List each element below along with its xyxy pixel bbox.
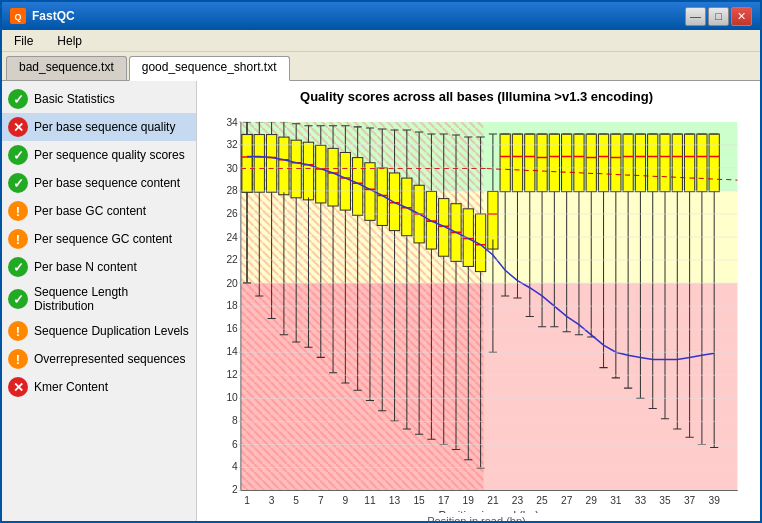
svg-text:14: 14	[226, 346, 238, 357]
svg-rect-242	[697, 134, 707, 192]
sidebar: ✓ Basic Statistics ✕ Per base sequence q…	[2, 81, 197, 521]
svg-text:2: 2	[232, 484, 238, 495]
chart-area: Quality scores across all bases (Illumin…	[197, 81, 760, 521]
svg-text:3: 3	[269, 495, 275, 506]
svg-text:28: 28	[226, 185, 238, 196]
svg-rect-230	[672, 134, 682, 192]
svg-rect-74	[353, 158, 363, 216]
main-content: ✓ Basic Statistics ✕ Per base sequence q…	[2, 80, 760, 521]
svg-rect-182	[574, 134, 584, 192]
svg-text:16: 16	[226, 323, 238, 334]
svg-text:9: 9	[343, 495, 349, 506]
sidebar-label-seq-length: Sequence Length Distribution	[34, 285, 190, 313]
svg-rect-164	[537, 134, 547, 192]
svg-rect-44	[291, 140, 301, 198]
menu-file[interactable]: File	[6, 32, 41, 50]
svg-text:18: 18	[226, 300, 238, 311]
status-icon-ok-1: ✓	[8, 145, 28, 165]
svg-rect-146	[500, 134, 510, 192]
svg-rect-86	[377, 168, 387, 226]
sidebar-label-per-sequence-gc: Per sequence GC content	[34, 232, 172, 246]
svg-text:29: 29	[586, 495, 598, 506]
svg-text:15: 15	[413, 495, 425, 506]
svg-text:32: 32	[226, 139, 238, 150]
menu-help[interactable]: Help	[49, 32, 90, 50]
maximize-button[interactable]: □	[708, 7, 729, 26]
main-window: Q FastQC — □ ✕ File Help bad_sequence.tx…	[0, 0, 762, 523]
sidebar-item-kmer[interactable]: ✕ Kmer Content	[2, 373, 196, 401]
svg-rect-128	[463, 209, 473, 267]
svg-rect-212	[635, 134, 645, 192]
sidebar-item-per-base-n[interactable]: ✓ Per base N content	[2, 253, 196, 281]
svg-text:6: 6	[232, 439, 238, 450]
svg-text:39: 39	[708, 495, 720, 506]
svg-text:25: 25	[536, 495, 548, 506]
svg-rect-110	[426, 191, 436, 249]
sidebar-label-seq-dup: Sequence Duplication Levels	[34, 324, 189, 338]
svg-rect-56	[316, 145, 326, 203]
title-bar-left: Q FastQC	[10, 8, 75, 24]
svg-text:27: 27	[561, 495, 573, 506]
svg-rect-38	[279, 137, 289, 195]
svg-text:7: 7	[318, 495, 324, 506]
x-axis-label: Position in read (bp)	[438, 509, 539, 512]
svg-text:35: 35	[659, 495, 671, 506]
sidebar-item-per-base-content[interactable]: ✓ Per base sequence content	[2, 169, 196, 197]
svg-text:37: 37	[684, 495, 696, 506]
status-icon-fail-1: ✕	[8, 377, 28, 397]
svg-rect-26	[254, 135, 264, 193]
sidebar-label-kmer: Kmer Content	[34, 380, 108, 394]
svg-text:19: 19	[463, 495, 475, 506]
sidebar-label-per-base-quality: Per base sequence quality	[34, 120, 175, 134]
status-icon-warn-0: !	[8, 201, 28, 221]
svg-text:8: 8	[232, 415, 238, 426]
sidebar-item-basic-statistics[interactable]: ✓ Basic Statistics	[2, 85, 196, 113]
tab-bad-sequence[interactable]: bad_sequence.txt	[6, 56, 127, 80]
quality-chart: 34 32 30 28 26 24 22 20 18 16 14 12 10 8	[205, 110, 748, 513]
app-title: FastQC	[32, 9, 75, 23]
svg-text:24: 24	[226, 232, 238, 243]
minimize-button[interactable]: —	[685, 7, 706, 26]
svg-text:31: 31	[610, 495, 622, 506]
sidebar-item-seq-length[interactable]: ✓ Sequence Length Distribution	[2, 281, 196, 317]
app-icon: Q	[10, 8, 26, 24]
status-icon-fail-0: ✕	[8, 117, 28, 137]
svg-text:21: 21	[487, 495, 499, 506]
sidebar-item-overrepresented[interactable]: ! Overrepresented sequences	[2, 345, 196, 373]
svg-text:23: 23	[512, 495, 524, 506]
title-bar: Q FastQC — □ ✕	[2, 2, 760, 30]
title-controls: — □ ✕	[685, 7, 752, 26]
sidebar-item-per-sequence-quality[interactable]: ✓ Per sequence quality scores	[2, 141, 196, 169]
sidebar-label-per-base-n: Per base N content	[34, 260, 137, 274]
x-axis-label-text: Position in read (bp)	[427, 515, 525, 521]
sidebar-item-per-base-quality[interactable]: ✕ Per base sequence quality	[2, 113, 196, 141]
svg-text:26: 26	[226, 208, 238, 219]
sidebar-label-per-sequence-quality: Per sequence quality scores	[34, 148, 185, 162]
svg-rect-188	[586, 134, 596, 192]
svg-rect-206	[623, 134, 633, 192]
chart-container: 34 32 30 28 26 24 22 20 18 16 14 12 10 8	[205, 110, 748, 513]
close-button[interactable]: ✕	[731, 7, 752, 26]
status-icon-warn-1: !	[8, 229, 28, 249]
svg-text:34: 34	[226, 117, 238, 128]
svg-text:1: 1	[244, 495, 250, 506]
svg-text:22: 22	[226, 254, 238, 265]
svg-text:30: 30	[226, 163, 238, 174]
svg-rect-20	[242, 135, 252, 193]
svg-text:13: 13	[389, 495, 401, 506]
tab-good-sequence[interactable]: good_sequence_short.txt	[129, 56, 290, 81]
svg-rect-194	[598, 134, 608, 192]
sidebar-item-per-sequence-gc[interactable]: ! Per sequence GC content	[2, 225, 196, 253]
sidebar-label-overrepresented: Overrepresented sequences	[34, 352, 185, 366]
svg-rect-62	[328, 148, 338, 206]
svg-rect-170	[549, 134, 559, 192]
sidebar-item-seq-dup[interactable]: ! Sequence Duplication Levels	[2, 317, 196, 345]
svg-rect-218	[648, 134, 658, 192]
sidebar-item-per-base-gc[interactable]: ! Per base GC content	[2, 197, 196, 225]
svg-text:17: 17	[438, 495, 450, 506]
svg-text:33: 33	[635, 495, 647, 506]
svg-rect-152	[512, 134, 522, 192]
svg-text:Q: Q	[14, 12, 21, 22]
menu-bar: File Help	[2, 30, 760, 52]
status-icon-ok-4: ✓	[8, 289, 28, 309]
